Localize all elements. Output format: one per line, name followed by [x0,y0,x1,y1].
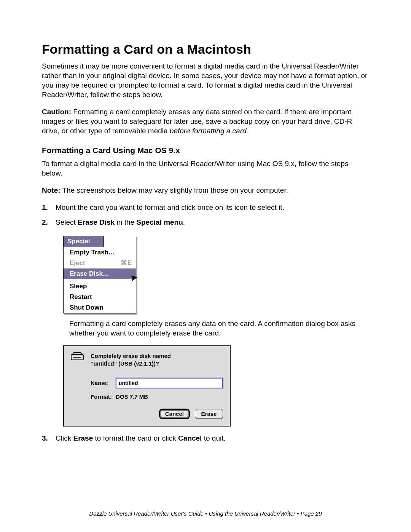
step-3: 3. Click Erase to format the card or cli… [42,433,369,443]
step-number: 2. [42,217,48,227]
section-heading: Formatting a Card Using Mac OS 9.x [42,146,369,155]
format-label: Format: [91,393,116,401]
drive-icon [71,352,84,361]
dialog-line1: Completely erase disk named [91,352,171,360]
caution-label: Caution: [42,108,71,116]
menu-item-erase-disk[interactable]: Erase Disk… ➤ [64,268,136,279]
intro-paragraph: Sometimes it may be more convenient to f… [42,61,369,99]
menu-title[interactable]: Special [63,236,104,247]
page-footer: Dazzle Universal Reader/Writer User's Gu… [0,510,411,517]
cursor-icon: ➤ [130,273,138,283]
menu-shortcut: ⌘E [121,260,132,266]
name-field-row: Name: [91,378,223,388]
step-2: 2. Select Erase Disk in the Special menu… [42,217,369,427]
note-label: Note: [42,186,61,194]
erase-dialog: Completely erase disk named “untitled” (… [63,345,231,427]
document-page: Formatting a Card on a Macintosh Sometim… [0,0,411,443]
t: to format the card or click [93,434,178,442]
step-text: Click Erase to format the card or click … [56,434,226,442]
caution-paragraph: Caution: Formatting a card completely er… [42,107,369,136]
dialog-message: Completely erase disk named “untitled” (… [91,352,171,368]
bold-cancel: Cancel [178,434,202,442]
dialog-line2: “untitled” (USB (v2.1.1))? [91,360,171,367]
menu-item-label: Erase Disk… [70,270,109,277]
menu-separator [64,280,136,280]
section-intro: To format a digital media card in the Un… [42,159,369,178]
t: Click [56,434,73,442]
erase-button[interactable]: Erase [195,409,223,419]
step-text: Mount the card you want to format and cl… [56,203,284,211]
bold-special-menu: Special menu [136,218,183,226]
step-text: Select Erase Disk in the Special menu. [56,218,185,226]
menu-item-eject: Eject ⌘E [64,258,136,268]
menu-item-restart[interactable]: Restart [64,292,136,302]
bold-erase-disk: Erase Disk [78,218,115,226]
menu-item-label: Eject [70,259,85,267]
step-number: 3. [42,433,48,443]
note-paragraph: Note: The screenshots below may vary sli… [42,185,369,195]
t: Select [56,218,78,226]
name-input[interactable] [116,378,223,388]
steps-list: 1. Mount the card you want to format and… [42,203,369,443]
format-field-row: Format: DOS 7.7 MB [91,393,223,401]
t: . [183,218,185,226]
step-number: 1. [42,203,48,212]
step-2-followup: Formatting a card completely erases any … [69,319,369,338]
special-menu: Special Empty Trash… Eject ⌘E Erase Disk… [63,236,136,313]
page-heading: Formatting a Card on a Macintosh [42,42,369,57]
menu-item-sleep[interactable]: Sleep [64,281,136,292]
format-value: DOS 7.7 MB [116,393,148,401]
name-label: Name: [91,379,116,387]
caution-emphasis: before formatting a card. [170,127,249,135]
cancel-button[interactable]: Cancel [159,409,190,419]
note-text: The screenshots below may vary slightly … [61,186,288,194]
menu-item-shutdown[interactable]: Shut Down [64,302,136,313]
bold-erase: Erase [73,434,93,442]
step-1: 1. Mount the card you want to format and… [42,203,369,212]
svg-rect-1 [73,357,81,358]
t: to quit. [202,434,225,442]
menu-item-empty-trash[interactable]: Empty Trash… [64,247,136,258]
t: in the [115,218,136,226]
